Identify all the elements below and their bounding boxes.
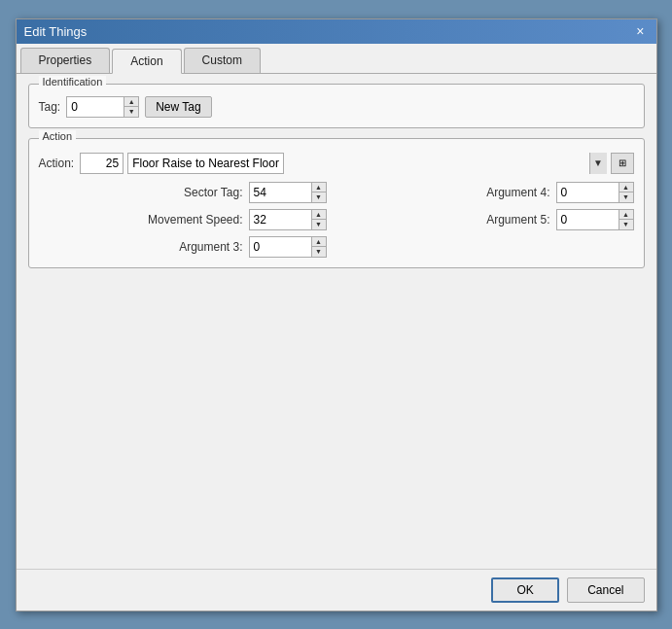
action-row: Action: Floor Raise to Nearest Floor ▼ ⊞: [39, 153, 634, 174]
argument4-label: Argument 4:: [486, 186, 549, 199]
argument3-spinner-buttons: ▲ ▼: [312, 236, 327, 258]
cancel-button[interactable]: Cancel: [567, 577, 644, 603]
action-dropdown[interactable]: Floor Raise to Nearest Floor: [127, 153, 284, 174]
sector-tag-input[interactable]: [249, 182, 312, 203]
argument4-up-button[interactable]: ▲: [619, 183, 633, 193]
ok-button[interactable]: OK: [491, 577, 559, 603]
argument5-label: Argument 5:: [486, 213, 549, 227]
action-section-label: Action: [39, 130, 77, 142]
tab-bar: Properties Action Custom: [17, 44, 656, 74]
tab-action[interactable]: Action: [112, 49, 181, 74]
movement-speed-row: Movement Speed: ▲ ▼: [39, 209, 327, 230]
sector-tag-down-button[interactable]: ▼: [312, 192, 326, 202]
argument4-spinner: ▲ ▼: [556, 182, 634, 203]
movement-speed-spinner: ▲ ▼: [249, 209, 327, 230]
arguments-grid: Sector Tag: ▲ ▼ Movement Speed:: [39, 182, 634, 258]
tag-spinner-buttons: ▲ ▼: [124, 96, 139, 118]
sector-tag-row: Sector Tag: ▲ ▼: [39, 182, 327, 203]
edit-things-dialog: Edit Things × Properties Action Custom I…: [16, 18, 657, 612]
movement-speed-spinner-buttons: ▲ ▼: [312, 209, 327, 230]
dialog-title: Edit Things: [24, 24, 88, 39]
argument5-up-button[interactable]: ▲: [619, 210, 633, 221]
argument3-spinner: ▲ ▼: [249, 236, 327, 258]
argument4-row: Argument 4: ▲ ▼: [346, 182, 634, 203]
new-tag-button[interactable]: New Tag: [145, 96, 211, 118]
movement-speed-label: Movement Speed:: [148, 213, 242, 227]
tag-row: Tag: ▲ ▼ New Tag: [39, 96, 634, 118]
close-button[interactable]: ×: [632, 24, 648, 38]
argument4-spinner-buttons: ▲ ▼: [619, 182, 634, 203]
action-number-input[interactable]: [80, 153, 124, 174]
argument3-input[interactable]: [249, 236, 312, 258]
identification-section: Identification Tag: ▲ ▼ New Tag: [28, 84, 645, 128]
title-bar: Edit Things ×: [17, 19, 656, 44]
argument3-up-button[interactable]: ▲: [312, 237, 326, 248]
argument5-row: Argument 5: ▲ ▼: [346, 209, 634, 230]
dropdown-arrow-icon: ▼: [589, 153, 607, 174]
sector-tag-up-button[interactable]: ▲: [312, 183, 326, 193]
argument4-input[interactable]: [556, 182, 619, 203]
tab-custom[interactable]: Custom: [184, 48, 261, 73]
tag-up-button[interactable]: ▲: [124, 97, 138, 108]
action-dropdown-wrapper: Floor Raise to Nearest Floor ▼: [127, 153, 606, 174]
argument5-spinner: ▲ ▼: [556, 209, 634, 230]
tag-label: Tag:: [39, 100, 61, 114]
argument3-down-button[interactable]: ▼: [312, 247, 326, 257]
action-label: Action:: [39, 157, 75, 170]
right-args: Argument 4: ▲ ▼ Argument 5:: [346, 182, 634, 258]
sector-tag-label: Sector Tag:: [184, 186, 242, 199]
action-section: Action Action: Floor Raise to Nearest Fl…: [28, 138, 645, 268]
tag-input[interactable]: [66, 96, 124, 118]
tag-down-button[interactable]: ▼: [124, 107, 138, 117]
dialog-content: Identification Tag: ▲ ▼ New Tag Action A…: [17, 74, 656, 569]
argument4-down-button[interactable]: ▼: [619, 192, 633, 202]
dialog-footer: OK Cancel: [17, 569, 656, 611]
sector-tag-spinner: ▲ ▼: [249, 182, 327, 203]
movement-speed-input[interactable]: [249, 209, 312, 230]
identification-label: Identification: [39, 76, 107, 87]
browse-icon: ⊞: [619, 157, 626, 168]
left-args: Sector Tag: ▲ ▼ Movement Speed:: [39, 182, 327, 258]
sector-tag-spinner-buttons: ▲ ▼: [312, 182, 327, 203]
browse-button[interactable]: ⊞: [611, 153, 634, 174]
argument5-input[interactable]: [556, 209, 619, 230]
argument3-row: Argument 3: ▲ ▼: [39, 236, 327, 258]
argument3-label: Argument 3:: [179, 240, 242, 254]
tag-spinner: ▲ ▼: [66, 96, 139, 118]
argument5-spinner-buttons: ▲ ▼: [619, 209, 634, 230]
movement-speed-down-button[interactable]: ▼: [312, 220, 326, 229]
movement-speed-up-button[interactable]: ▲: [312, 210, 326, 221]
tab-properties[interactable]: Properties: [20, 48, 111, 73]
argument5-down-button[interactable]: ▼: [619, 220, 633, 229]
